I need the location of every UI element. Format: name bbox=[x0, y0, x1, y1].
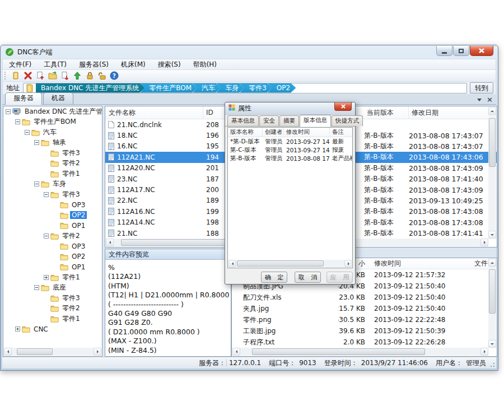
scroll-up-icon[interactable] bbox=[488, 107, 496, 115]
tree-item[interactable]: 零件3 bbox=[3, 148, 102, 158]
attachment-row[interactable]: 工装图.jpg139.6 KB2013-09-12 21:50:39 bbox=[232, 325, 497, 337]
tab-server[interactable]: 服务器 bbox=[5, 92, 42, 105]
panel-close-icon[interactable]: × bbox=[487, 97, 493, 102]
scroll-up-icon[interactable] bbox=[488, 259, 496, 267]
tree-item[interactable]: OP2 bbox=[3, 251, 102, 262]
scroll-left-icon[interactable] bbox=[4, 348, 12, 356]
close-button[interactable] bbox=[470, 46, 493, 56]
chevron-down-icon[interactable] bbox=[477, 99, 482, 101]
scroll-right-icon[interactable] bbox=[480, 348, 488, 356]
tree-item[interactable]: 零件1 bbox=[3, 169, 102, 179]
tree-item[interactable]: 零件2 bbox=[3, 231, 102, 241]
tree-hscrollbar[interactable] bbox=[4, 348, 101, 356]
file-list-vscrollbar[interactable] bbox=[488, 107, 496, 239]
tree-item[interactable]: Bandex DNC 先进生产管理系统 bbox=[3, 106, 102, 117]
maximize-button[interactable] bbox=[453, 46, 469, 56]
menu-server[interactable]: 服务器(S) bbox=[73, 59, 115, 69]
tree-item[interactable]: 零件2 bbox=[3, 304, 102, 314]
unlock-icon[interactable] bbox=[96, 71, 108, 81]
tree-item[interactable]: 车身 bbox=[3, 179, 102, 190]
column-header-modified[interactable]: 修改时间 bbox=[284, 128, 330, 137]
lock-icon[interactable] bbox=[83, 71, 96, 81]
scroll-right-icon[interactable] bbox=[344, 260, 352, 267]
breadcrumb-item-0[interactable]: Bandex DNC 先进生产管理系统 bbox=[36, 83, 144, 93]
breadcrumb-item-4[interactable]: 零件3 bbox=[240, 83, 272, 93]
scroll-left-icon[interactable] bbox=[228, 260, 236, 267]
version-row[interactable]: 第-C-版本管理员2013-09-27 14:...报废 bbox=[228, 146, 352, 154]
attachments-hscrollbar[interactable] bbox=[232, 348, 488, 356]
column-header-date[interactable]: 修改日期 bbox=[409, 106, 487, 119]
scroll-thumb[interactable] bbox=[17, 348, 53, 355]
dialog-tab-4[interactable]: 快捷方式 bbox=[332, 115, 363, 126]
cancel-button[interactable]: 取 消 bbox=[295, 272, 321, 283]
version-row[interactable]: 第-B-版本管理员2013-08-08 17:...老产品程序 bbox=[228, 154, 352, 162]
new-file-icon[interactable] bbox=[10, 71, 22, 81]
menu-file[interactable]: 文件(F) bbox=[3, 59, 38, 69]
collapse-icon[interactable] bbox=[44, 192, 49, 197]
tree-item[interactable]: 零件1 bbox=[3, 314, 102, 324]
scroll-left-icon[interactable] bbox=[106, 239, 114, 246]
checkin-document-icon[interactable] bbox=[34, 71, 46, 81]
tree-item[interactable]: 零件1 bbox=[3, 272, 102, 283]
dialog-tab-2[interactable]: 摘要 bbox=[279, 115, 299, 126]
tree-item[interactable]: 零件2 bbox=[3, 158, 102, 169]
collapse-icon[interactable] bbox=[34, 140, 39, 145]
collapse-icon[interactable] bbox=[25, 130, 30, 135]
version-row[interactable]: *第-D-版本管理员2013-09-27 14:...最新 bbox=[228, 137, 352, 146]
tree-item[interactable]: 零件3 bbox=[3, 293, 102, 304]
address-box[interactable]: Bandex DNC 先进生产管理系统零件生产BOM汽车车身零件3OP2 bbox=[23, 83, 467, 94]
attachments-vscrollbar[interactable] bbox=[488, 259, 496, 348]
dialog-tab-1[interactable]: 安全 bbox=[259, 115, 279, 126]
tree-item[interactable]: OP3 bbox=[3, 200, 102, 211]
tree-item[interactable]: OP2 bbox=[3, 210, 102, 221]
tab-machine[interactable]: 机器 bbox=[43, 92, 73, 104]
dialog-tab-0[interactable]: 基本信息 bbox=[227, 115, 259, 126]
menu-help[interactable]: 帮助(H) bbox=[187, 59, 223, 69]
dialog-close-button[interactable] bbox=[334, 102, 352, 111]
scroll-right-icon[interactable] bbox=[94, 348, 101, 356]
attachment-row[interactable]: 零件.png530.5 KB2013-09-12 22:22:48 bbox=[232, 314, 497, 325]
attachment-row[interactable]: 配刀文件.xls23.0 KB2013-09-12 21:50:40 bbox=[232, 292, 497, 303]
minimize-button[interactable] bbox=[436, 46, 452, 56]
scroll-thumb[interactable] bbox=[252, 348, 425, 355]
export-folder-icon[interactable] bbox=[46, 71, 59, 81]
column-header-name[interactable]: 文件名称 bbox=[105, 106, 203, 119]
attachment-row[interactable]: 夹具.jpg215.7 KB2013-09-12 21:50:40 bbox=[232, 303, 497, 314]
scroll-down-icon[interactable] bbox=[488, 340, 496, 348]
tree-item[interactable]: 零件生产BOM bbox=[3, 117, 102, 128]
collapse-icon[interactable] bbox=[15, 119, 20, 124]
tree-item[interactable]: OP1 bbox=[3, 262, 102, 273]
column-header-version-name[interactable]: 版本名称 bbox=[228, 128, 263, 137]
column-header-version[interactable]: 当前版本 bbox=[364, 106, 409, 119]
ok-button[interactable]: 确 定 bbox=[261, 272, 287, 283]
column-header-note[interactable]: 备注 bbox=[330, 128, 352, 137]
scroll-thumb[interactable] bbox=[237, 260, 324, 267]
dialog-tab-3[interactable]: 版本信息 bbox=[300, 115, 331, 127]
breadcrumb-item-1[interactable]: 零件生产BOM bbox=[140, 83, 197, 93]
attachment-row[interactable]: 子程序.txt2.0 KB2013-09-12 22:26:28 bbox=[232, 337, 497, 348]
scroll-right-icon[interactable] bbox=[480, 239, 488, 246]
tree-item[interactable]: 底座 bbox=[3, 283, 102, 293]
collapse-icon[interactable] bbox=[34, 285, 39, 290]
scroll-thumb[interactable] bbox=[489, 118, 496, 167]
collapse-icon[interactable] bbox=[34, 181, 39, 186]
apply-button[interactable]: 应 用 bbox=[326, 272, 353, 283]
tree-item[interactable]: OP1 bbox=[3, 221, 102, 231]
go-button[interactable]: 转到 bbox=[470, 82, 493, 94]
scroll-left-icon[interactable] bbox=[232, 348, 240, 356]
help-icon[interactable]: ? bbox=[108, 71, 120, 81]
tree-item[interactable]: 轴承 bbox=[3, 138, 102, 148]
collapse-icon[interactable] bbox=[44, 234, 49, 239]
scroll-thumb[interactable] bbox=[489, 269, 496, 314]
checkout-document-icon[interactable] bbox=[59, 71, 71, 81]
resize-grip[interactable] bbox=[488, 361, 495, 367]
title-bar[interactable]: DNC客户端 bbox=[1, 45, 498, 59]
delete-icon[interactable] bbox=[22, 71, 34, 81]
upload-icon[interactable] bbox=[71, 71, 83, 81]
expand-icon[interactable] bbox=[15, 326, 20, 332]
tree-item[interactable]: CNC bbox=[3, 324, 102, 335]
tree-item[interactable]: 零件3 bbox=[3, 189, 102, 200]
column-header-creator[interactable]: 创建者 bbox=[263, 128, 284, 137]
scroll-down-icon[interactable] bbox=[488, 231, 496, 239]
menu-search[interactable]: 搜索(S) bbox=[152, 59, 187, 69]
